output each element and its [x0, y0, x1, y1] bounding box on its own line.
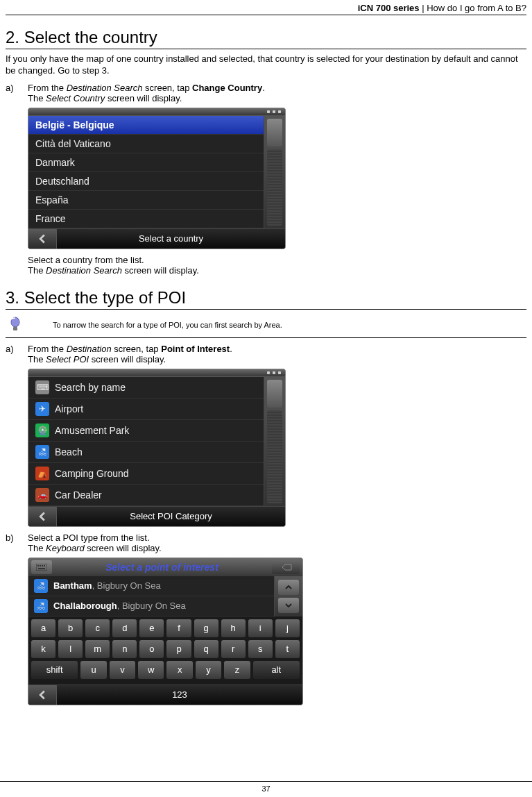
svg-rect-3 — [37, 565, 39, 567]
country-item[interactable]: België - Belgique — [28, 116, 264, 135]
amusement-icon: 🎡 — [35, 423, 49, 437]
key[interactable]: e — [139, 619, 164, 637]
result-list: 🏖 Bantham, Bigbury On Sea 🏖 Challaboroug… — [28, 576, 274, 616]
step-letter: a) — [6, 83, 28, 103]
key[interactable]: w — [138, 661, 164, 679]
key[interactable]: b — [58, 619, 83, 637]
backspace-icon — [280, 564, 292, 571]
numeric-key[interactable]: 123 — [57, 689, 302, 700]
keyboard-screen: Select a point of interest 🏖 Bantham, Bi… — [28, 557, 303, 705]
key[interactable]: s — [248, 640, 273, 658]
result-item[interactable]: 🏖 Bantham, Bigbury On Sea — [28, 576, 274, 596]
section-3-step-b: b) Select a POI type from the list. The … — [6, 532, 526, 553]
key[interactable]: u — [80, 661, 106, 679]
airplane-icon: ✈ — [35, 402, 49, 416]
scrollbar[interactable] — [264, 377, 285, 506]
poi-item-airport[interactable]: ✈Airport — [28, 398, 264, 420]
scroll-up-button[interactable] — [278, 580, 299, 595]
poi-item-search-by-name[interactable]: ⌨Search by name — [28, 377, 264, 398]
step-letter: b) — [6, 532, 28, 553]
chevron-left-icon — [37, 690, 47, 700]
key[interactable]: j — [275, 619, 300, 637]
beach-icon: 🏖 — [35, 445, 49, 459]
country-item[interactable]: Città del Vaticano — [28, 135, 264, 153]
shift-key[interactable]: shift — [31, 661, 78, 679]
screen-title: Select POI Category — [57, 511, 285, 521]
step-letter: a) — [6, 344, 28, 364]
scroll-down-button[interactable] — [278, 598, 299, 613]
key[interactable]: l — [58, 640, 83, 658]
svg-rect-1 — [13, 327, 17, 330]
key[interactable]: a — [31, 619, 55, 637]
device-status-bar — [28, 369, 285, 377]
key[interactable]: f — [166, 619, 191, 637]
chevron-down-icon — [285, 603, 292, 607]
key[interactable]: n — [112, 640, 137, 658]
key[interactable]: c — [85, 619, 110, 637]
result-item[interactable]: 🏖 Challaborough, Bigbury On Sea — [28, 596, 274, 616]
back-button[interactable] — [28, 229, 57, 249]
beach-icon: 🏖 — [34, 599, 48, 613]
scroll-track[interactable] — [267, 149, 282, 226]
scroll-thumb[interactable] — [267, 380, 282, 408]
country-item[interactable]: France — [28, 210, 264, 228]
section-2-intro: If you only have the map of one country … — [6, 53, 526, 77]
key[interactable]: z — [224, 661, 250, 679]
lightbulb-icon — [9, 317, 22, 333]
keyboard-icon — [36, 564, 47, 571]
key[interactable]: r — [221, 640, 246, 658]
scroll-thumb[interactable] — [267, 119, 282, 146]
section-2-step-a: a) From the Destination Search screen, t… — [6, 83, 526, 103]
key[interactable]: g — [194, 619, 218, 637]
section-2-after: Select a country from the list. The Dest… — [28, 255, 526, 276]
select-poi-screen: ⌨Search by name ✈Airport 🎡Amusement Park… — [28, 369, 286, 527]
poi-item-amusement-park[interactable]: 🎡Amusement Park — [28, 420, 264, 442]
key[interactable]: p — [166, 640, 191, 658]
country-item[interactable]: Deutschland — [28, 172, 264, 191]
scrollbar[interactable] — [264, 116, 285, 228]
key[interactable]: o — [139, 640, 164, 658]
beach-icon: 🏖 — [34, 579, 48, 593]
back-button[interactable] — [28, 685, 57, 705]
key[interactable]: v — [110, 661, 135, 679]
scroll-track[interactable] — [267, 410, 282, 503]
key[interactable]: i — [248, 619, 273, 637]
key[interactable]: x — [166, 661, 192, 679]
key[interactable]: d — [112, 619, 137, 637]
section-3-step-a: a) From the Destination screen, tap Poin… — [6, 344, 526, 364]
tip-text: To narrow the search for a type of POI, … — [25, 321, 282, 329]
keyboard-toggle-button[interactable] — [31, 560, 52, 574]
page-header: iCN 700 series | How do I go from A to B… — [6, 0, 526, 15]
device-status-bar — [28, 108, 285, 116]
key[interactable]: q — [194, 640, 218, 658]
key[interactable]: y — [196, 661, 221, 679]
poi-item-camping[interactable]: ⛺Camping Ground — [28, 463, 264, 485]
key[interactable]: k — [31, 640, 55, 658]
poi-item-beach[interactable]: 🏖Beach — [28, 442, 264, 463]
key[interactable]: t — [275, 640, 300, 658]
chevron-left-icon — [37, 512, 47, 521]
header-sep: | — [420, 3, 427, 13]
country-item[interactable]: España — [28, 191, 264, 210]
section-2-title: 2. Select the country — [6, 28, 526, 49]
chevron-up-icon — [285, 585, 292, 589]
svg-rect-6 — [44, 565, 45, 567]
backspace-button[interactable] — [272, 560, 300, 574]
section-3-title: 3. Select the type of POI — [6, 288, 526, 310]
poi-item-car-dealer[interactable]: 🚗Car Dealer — [28, 485, 264, 506]
alt-key[interactable]: alt — [253, 661, 300, 679]
key[interactable]: h — [221, 619, 246, 637]
chapter-name: How do I go from A to B? — [427, 3, 526, 13]
country-item[interactable]: Danmark — [28, 153, 264, 172]
series-name: iCN 700 series — [358, 3, 420, 13]
page-number: 37 — [0, 781, 532, 793]
key[interactable]: m — [85, 640, 110, 658]
keyboard-icon: ⌨ — [35, 380, 49, 394]
tip-row: To narrow the search for a type of POI, … — [6, 314, 526, 338]
onscreen-keyboard: a b c d e f g h i j k l m n o p q r s — [28, 616, 302, 685]
step-body: From the Destination Search screen, tap … — [28, 83, 526, 103]
country-list: België - Belgique Città del Vaticano Dan… — [28, 116, 264, 228]
step-body: Select a POI type from the list. The Key… — [28, 532, 526, 553]
back-button[interactable] — [28, 507, 57, 526]
tent-icon: ⛺ — [35, 467, 49, 480]
